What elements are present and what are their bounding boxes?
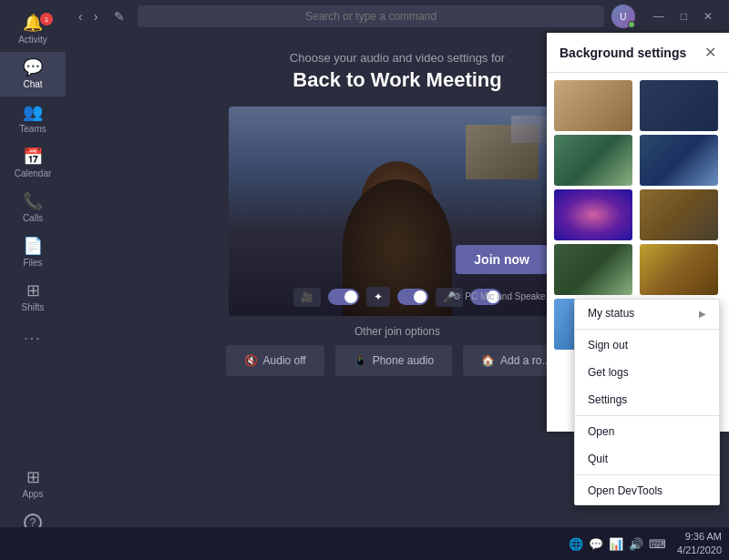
edit-button[interactable]: ✎	[108, 7, 130, 25]
context-menu-item-open[interactable]: Open	[575, 418, 719, 445]
add-room-label: Add a ro...	[500, 354, 550, 367]
settings-label: Settings	[588, 393, 627, 406]
sidebar-item-label: Teams	[19, 124, 46, 134]
avatar-initials: U	[620, 12, 626, 22]
meeting-title: Back to Work Meeting	[290, 68, 505, 92]
calendar-icon: 📅	[23, 148, 43, 165]
context-menu-item-quit[interactable]: Quit	[575, 445, 719, 473]
bg-thumbnail-2[interactable]	[640, 80, 718, 131]
context-menu-item-sign-out[interactable]: Sign out	[575, 331, 719, 359]
main-content: ‹ › ✎ U — □ ✕ Choose your audio and vide…	[66, 0, 729, 560]
bg-panel-title: Background settings	[560, 46, 686, 60]
context-menu-item-get-logs[interactable]: Get logs	[575, 359, 719, 386]
maximize-button[interactable]: □	[673, 8, 694, 25]
add-room-icon: 🏠	[481, 354, 495, 367]
teams-icon: 👥	[23, 104, 43, 120]
time-display: 9:36 AM	[677, 530, 722, 544]
search-input[interactable]	[138, 5, 603, 27]
app-container: 🔔 Activity 1 💬 Chat 👥 Teams 📅 Calendar 📞…	[0, 0, 729, 560]
sidebar-item-label: Activity	[18, 35, 47, 45]
my-status-arrow: ▶	[699, 309, 706, 319]
title-bar: ‹ › ✎ U — □ ✕	[66, 0, 729, 33]
sidebar-item-chat[interactable]: 💬 Chat	[0, 52, 66, 97]
bg-thumbnail-6[interactable]	[640, 189, 718, 240]
sidebar-item-files[interactable]: 📄 Files	[0, 230, 66, 275]
window-controls: — □ ✕	[646, 8, 720, 25]
bg-thumbnail-3[interactable]	[554, 135, 632, 186]
more-icon: ...	[24, 327, 41, 343]
taskbar-teams-icon[interactable]: 📊	[609, 537, 623, 551]
video-preview: 🎥 ✦ 🎤	[229, 107, 566, 316]
sidebar-item-activity[interactable]: 🔔 Activity 1	[0, 7, 66, 52]
user-status-dot	[628, 21, 635, 28]
activity-badge: 1	[40, 13, 53, 25]
video-camera-btn[interactable]: 🎥	[293, 288, 321, 307]
bg-thumbnail-5[interactable]	[554, 189, 632, 240]
bg-panel-header: Background settings ✕	[547, 33, 729, 73]
context-menu-item-open-devtools[interactable]: Open DevTools	[575, 477, 719, 504]
bottom-actions: 🔇 Audio off 📱 Phone audio 🏠 Add a ro...	[226, 345, 570, 376]
bg-thumbnail-1[interactable]	[554, 80, 632, 131]
get-logs-label: Get logs	[588, 366, 629, 379]
bg-window	[511, 116, 548, 143]
context-menu-divider-1	[575, 329, 719, 330]
quit-label: Quit	[588, 453, 608, 465]
back-button[interactable]: ‹	[75, 7, 87, 25]
sidebar-item-shifts[interactable]: ⊞ Shifts	[0, 275, 66, 320]
phone-audio-icon: 📱	[354, 354, 367, 367]
taskbar: 🌐 💬 📊 🔊 ⌨ 9:36 AM 4/21/2020	[0, 527, 729, 560]
sidebar-item-label: Shifts	[21, 302, 44, 312]
files-icon: 📄	[23, 238, 43, 254]
taskbar-icons: 🌐 💬 📊 🔊 ⌨ 9:36 AM 4/21/2020	[569, 530, 722, 558]
bg-thumbnail-7[interactable]	[554, 244, 632, 295]
close-button[interactable]: ✕	[696, 8, 720, 25]
device-label: ⚙ PC Mic and Speake...	[453, 291, 553, 301]
taskbar-time: 9:36 AM 4/21/2020	[677, 530, 722, 558]
bg-panel-close-button[interactable]: ✕	[704, 44, 716, 61]
video-toggle[interactable]	[328, 289, 359, 305]
shifts-icon: ⊞	[26, 282, 40, 299]
blur-icon: ✦	[374, 290, 383, 303]
sidebar-item-teams[interactable]: 👥 Teams	[0, 97, 66, 141]
toggle-knob	[344, 290, 357, 303]
apps-icon: ⊞	[26, 469, 40, 485]
sidebar-item-calls[interactable]: 📞 Calls	[0, 186, 66, 230]
blur-toggle[interactable]	[397, 289, 428, 305]
context-menu-item-settings[interactable]: Settings	[575, 386, 719, 413]
chat-icon: 💬	[23, 59, 43, 76]
blur-btn[interactable]: ✦	[366, 287, 390, 307]
context-menu-divider-3	[575, 474, 719, 475]
bg-thumbnail-8[interactable]	[640, 244, 718, 295]
audio-off-label: Audio off	[263, 354, 306, 367]
context-menu-item-my-status[interactable]: My status ▶	[575, 300, 719, 327]
taskbar-network-icon[interactable]: 🌐	[569, 537, 583, 551]
taskbar-volume-icon[interactable]: 🔊	[629, 537, 643, 551]
sidebar: 🔔 Activity 1 💬 Chat 👥 Teams 📅 Calendar 📞…	[0, 0, 66, 560]
join-now-button[interactable]: Join now	[456, 245, 548, 274]
forward-button[interactable]: ›	[90, 7, 102, 25]
phone-audio-button[interactable]: 📱 Phone audio	[335, 345, 452, 376]
sidebar-more[interactable]: ...	[0, 320, 66, 351]
avatar[interactable]: U	[611, 5, 635, 28]
open-label: Open	[588, 425, 614, 438]
toggle-knob-2	[414, 290, 426, 303]
device-name: PC Mic and Speake...	[465, 291, 553, 301]
sidebar-item-label: Apps	[23, 489, 44, 499]
sidebar-item-label: Files	[23, 258, 42, 268]
open-devtools-label: Open DevTools	[588, 484, 662, 497]
meeting-subtitle: Choose your audio and video settings for	[290, 51, 505, 65]
taskbar-keyboard-icon[interactable]: ⌨	[649, 537, 666, 551]
sidebar-item-calendar[interactable]: 📅 Calendar	[0, 141, 66, 186]
bg-thumbnail-4[interactable]	[640, 135, 718, 186]
date-display: 4/21/2020	[677, 544, 722, 557]
audio-off-icon: 🔇	[244, 354, 258, 367]
taskbar-chat-icon[interactable]: 💬	[589, 537, 603, 551]
sidebar-item-apps[interactable]: ⊞ Apps	[0, 462, 66, 506]
context-menu-divider-2	[575, 415, 719, 416]
calls-icon: 📞	[23, 193, 43, 209]
minimize-button[interactable]: —	[646, 8, 672, 25]
sidebar-item-label: Calls	[23, 213, 43, 223]
context-menu: My status ▶ Sign out Get logs Settings O…	[574, 299, 720, 505]
sign-out-label: Sign out	[588, 339, 628, 351]
audio-off-button[interactable]: 🔇 Audio off	[226, 345, 324, 376]
